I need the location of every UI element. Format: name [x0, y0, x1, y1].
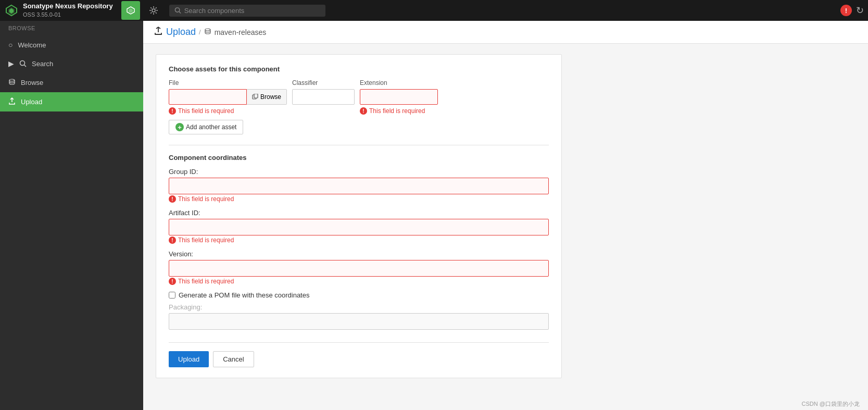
extension-input[interactable] [360, 89, 438, 105]
artifact-id-label: Artifact ID: [169, 209, 549, 217]
expand-icon: ▶ [8, 59, 14, 68]
svg-point-12 [205, 29, 210, 31]
version-error-icon: ! [169, 278, 176, 285]
generate-pom-label[interactable]: Generate a POM file with these coordinat… [179, 291, 309, 299]
file-label: File [169, 79, 287, 86]
svg-line-8 [179, 11, 181, 13]
search-bar[interactable] [169, 5, 325, 17]
generate-pom-row: Generate a POM file with these coordinat… [169, 291, 549, 299]
breadcrumb-upload[interactable]: Upload [166, 27, 196, 38]
artifact-id-error-text: This field is required [178, 237, 234, 244]
coord-section: Component coordinates Group ID: ! This f… [169, 154, 549, 330]
refresh-btn[interactable]: ↻ [856, 5, 864, 16]
assets-grid: File Browse ! [169, 79, 549, 115]
brand: Sonatype Nexus Repository OSS 3.55.0-01 [4, 2, 113, 18]
action-row: Upload Cancel [169, 342, 549, 367]
svg-rect-14 [254, 94, 258, 98]
version-label: Version: [169, 250, 549, 258]
add-asset-button[interactable]: + Add another asset [169, 120, 243, 134]
packaging-label: Packaging: [169, 303, 549, 311]
file-field-group: File Browse ! [169, 79, 287, 115]
sidebar: Browse ○ Welcome ▶ Search Browse [0, 21, 143, 410]
file-input[interactable] [169, 89, 247, 105]
assets-section-title: Choose assets for this component [169, 65, 549, 73]
search-icon [174, 7, 181, 14]
browse-btn-label: Browse [260, 93, 281, 101]
breadcrumb: Upload / maven-releases [154, 26, 266, 38]
content-area: Upload / maven-releases Choose assets fo… [143, 21, 868, 410]
extension-label: Extension [360, 79, 438, 86]
file-browse-icon [252, 94, 258, 100]
artifact-id-error-msg: ! This field is required [169, 237, 549, 244]
file-error-text: This field is required [178, 107, 234, 115]
version-input[interactable] [169, 260, 549, 277]
cancel-button[interactable]: Cancel [213, 351, 254, 367]
breadcrumb-repo: maven-releases [215, 28, 267, 36]
plus-circle-icon: + [175, 123, 184, 131]
brand-name: Sonatype Nexus Repository [23, 2, 113, 11]
home-nav-btn[interactable] [121, 1, 140, 20]
welcome-icon: ○ [8, 41, 12, 49]
group-id-input[interactable] [169, 178, 549, 194]
sidebar-item-label-search: Search [32, 60, 53, 68]
upload-header-icon [154, 26, 163, 38]
generate-pom-checkbox[interactable] [169, 292, 175, 299]
packaging-field: Packaging: [169, 303, 549, 330]
notification-icon[interactable]: ! [840, 5, 852, 16]
gear-icon [149, 6, 158, 15]
navbar: Sonatype Nexus Repository OSS 3.55.0-01 … [0, 0, 868, 21]
search-input[interactable] [184, 7, 320, 15]
form-card: Choose assets for this component File [156, 54, 562, 378]
navbar-right: ! ↻ [840, 5, 864, 16]
classifier-field-group: Classifier [292, 79, 355, 105]
sidebar-item-welcome[interactable]: ○ Welcome [0, 35, 143, 54]
section-divider [169, 145, 549, 145]
page-header: Upload / maven-releases [143, 21, 868, 44]
artifact-id-field: Artifact ID: ! This field is required [169, 209, 549, 244]
group-id-label: Group ID: [169, 168, 549, 176]
breadcrumb-separator: / [199, 28, 201, 36]
main-layout: Browse ○ Welcome ▶ Search Browse [0, 21, 868, 410]
svg-marker-5 [129, 8, 133, 13]
group-id-error-icon: ! [169, 195, 176, 203]
classifier-label: Classifier [292, 79, 355, 86]
artifact-id-input[interactable] [169, 219, 549, 235]
svg-point-7 [175, 8, 179, 12]
extension-error-text: This field is required [369, 107, 425, 115]
footer-watermark: CSDN @口袋里的小龙 [143, 398, 868, 410]
browse-button[interactable]: Browse [247, 89, 287, 105]
extension-error-icon: ! [360, 107, 367, 115]
repo-db-icon [204, 28, 211, 35]
packaging-input[interactable] [169, 313, 549, 330]
upload-page-icon [154, 26, 163, 35]
form-area: Choose assets for this component File [143, 44, 868, 398]
cube-icon [126, 6, 135, 15]
db-icon [8, 78, 16, 85]
svg-line-10 [24, 65, 27, 67]
database-icon [8, 78, 16, 87]
group-id-error-msg: ! This field is required [169, 195, 549, 203]
sidebar-item-label-welcome: Welcome [18, 41, 46, 49]
svg-point-9 [20, 61, 25, 66]
search-sidebar-icon [19, 60, 27, 67]
artifact-id-error-icon: ! [169, 237, 176, 244]
upload-button[interactable]: Upload [169, 351, 209, 367]
version-field: Version: ! This field is required [169, 250, 549, 285]
coord-section-title: Component coordinates [169, 154, 549, 161]
group-id-field: Group ID: ! This field is required [169, 168, 549, 203]
sidebar-item-browse[interactable]: Browse [0, 73, 143, 92]
sidebar-item-upload[interactable]: Upload [0, 92, 143, 111]
settings-nav-btn[interactable] [144, 1, 163, 20]
sidebar-section-label: Browse [0, 21, 143, 35]
sidebar-item-search[interactable]: ▶ Search [0, 54, 143, 73]
extension-error-msg: ! This field is required [360, 107, 438, 115]
svg-point-11 [9, 79, 15, 81]
version-error-text: This field is required [178, 278, 234, 285]
file-input-group: Browse [169, 89, 287, 105]
classifier-input[interactable] [292, 89, 355, 105]
upload-sidebar-icon [8, 97, 16, 106]
group-id-error-text: This field is required [178, 195, 234, 203]
sidebar-item-label-browse: Browse [21, 79, 43, 86]
brand-logo-icon [4, 3, 19, 18]
brand-version: OSS 3.55.0-01 [23, 11, 113, 18]
